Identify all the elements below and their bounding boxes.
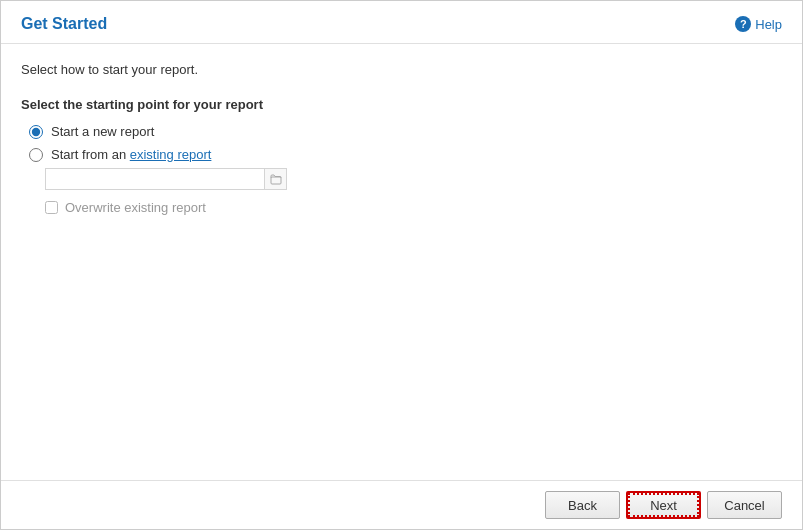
existing-report-link[interactable]: existing report — [130, 147, 212, 162]
radio-new-report[interactable] — [29, 125, 43, 139]
header: Get Started ? Help — [1, 1, 802, 44]
overwrite-checkbox-row: Overwrite existing report — [45, 200, 782, 215]
content-area: Select how to start your report. Select … — [1, 44, 802, 480]
radio-existing-item: Start from an existing report — [29, 147, 782, 162]
radio-existing-report[interactable] — [29, 148, 43, 162]
help-icon: ? — [735, 16, 751, 32]
help-label: Help — [755, 17, 782, 32]
overwrite-label: Overwrite existing report — [65, 200, 206, 215]
overwrite-checkbox[interactable] — [45, 201, 58, 214]
intro-text: Select how to start your report. — [21, 62, 782, 77]
browse-button[interactable] — [265, 168, 287, 190]
radio-existing-label: Start from an existing report — [51, 147, 211, 162]
cancel-button[interactable]: Cancel — [707, 491, 782, 519]
help-link[interactable]: ? Help — [735, 16, 782, 32]
radio-existing-label-before: Start from an — [51, 147, 130, 162]
footer: Back Next Cancel — [1, 480, 802, 529]
radio-group: Start a new report Start from an existin… — [29, 124, 782, 162]
page-container: Get Started ? Help Select how to start y… — [0, 0, 803, 530]
next-button[interactable]: Next — [626, 491, 701, 519]
radio-new-label: Start a new report — [51, 124, 154, 139]
radio-new-item: Start a new report — [29, 124, 782, 139]
existing-report-input-row — [45, 168, 782, 190]
svg-rect-0 — [271, 177, 281, 184]
browse-icon — [270, 173, 282, 185]
section-label: Select the starting point for your repor… — [21, 97, 782, 112]
page-title: Get Started — [21, 15, 107, 33]
back-button[interactable]: Back — [545, 491, 620, 519]
existing-report-input[interactable] — [45, 168, 265, 190]
